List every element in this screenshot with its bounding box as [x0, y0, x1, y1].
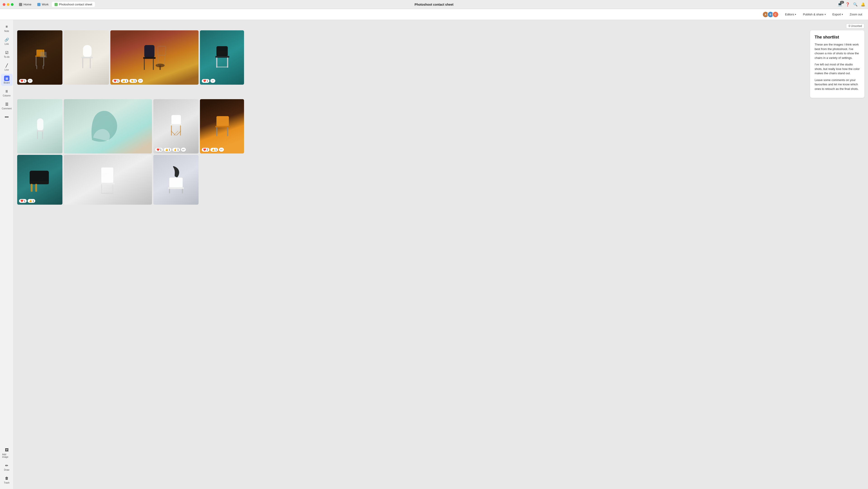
- reaction-heart-9[interactable]: ❤️1: [19, 199, 27, 203]
- reaction-add-8[interactable]: ↩: [219, 148, 224, 152]
- image-card-10[interactable]: [64, 155, 152, 205]
- sidebar-item-add-image[interactable]: 🖼 Add image: [1, 445, 13, 460]
- comment-icon: ☰: [4, 102, 9, 107]
- image-card-9[interactable]: ❤️1 👍1: [17, 155, 62, 205]
- reaction-heart-7[interactable]: ❤️1: [155, 148, 163, 152]
- sidebar-item-line[interactable]: ╱ Line: [1, 61, 13, 73]
- help-icon[interactable]: ❓: [845, 2, 850, 6]
- tab-doc[interactable]: Photoshoot contact sheet: [52, 2, 95, 7]
- svg-rect-48: [100, 183, 115, 184]
- svg-rect-41: [216, 127, 217, 136]
- device-icon[interactable]: 💻 21: [838, 2, 842, 6]
- reaction-thumb-7[interactable]: 👍1: [164, 148, 172, 152]
- reaction-bar-1: ❤️1 ↩: [19, 79, 33, 83]
- sidebar-item-draw[interactable]: ✏ Draw: [1, 461, 13, 473]
- editor-avatars: A B C: [763, 11, 779, 18]
- title-bar-right: 💻 21 ❓ 🔍 🔔: [838, 2, 865, 6]
- toolbar: A B C Editors ▾ Publish & share ▾ Export…: [0, 9, 868, 20]
- image-card-1[interactable]: ❤️1 ↩: [17, 30, 62, 85]
- reaction-bar-9: ❤️1 👍1: [19, 199, 35, 203]
- svg-rect-14: [143, 57, 156, 59]
- reaction-heart-4[interactable]: ❤️1: [202, 79, 210, 83]
- more-icon: •••: [4, 114, 9, 120]
- reaction-heart-3[interactable]: ❤️1: [112, 79, 120, 83]
- draw-icon: ✏: [4, 463, 9, 468]
- sidebar-item-note[interactable]: ≡ Note: [1, 22, 13, 34]
- sidebar-item-board[interactable]: ▦ Board: [1, 74, 13, 86]
- editors-button[interactable]: Editors ▾: [783, 11, 798, 17]
- tab-work[interactable]: Work: [35, 2, 51, 7]
- reaction-bar-3: ❤️1 👍1 👏1 ↩: [112, 79, 143, 83]
- chevron-down-icon: ▾: [795, 13, 796, 16]
- sidebar-item-comment[interactable]: ☰ Comment: [1, 99, 13, 112]
- svg-rect-39: [216, 116, 229, 126]
- reaction-add[interactable]: ↩: [28, 79, 33, 83]
- image-card-6[interactable]: [64, 99, 152, 153]
- main-layout: ≡ Note 🔗 Link ☑ To-do ╱ Line ▦ Board ⫼ C…: [0, 20, 868, 489]
- sidebar-item-link[interactable]: 🔗 Link: [1, 35, 13, 47]
- sidebar-item-trash[interactable]: 🗑 Trash: [1, 474, 13, 486]
- sidebar-item-column[interactable]: ⫼ Column: [1, 87, 13, 99]
- board-canvas: 0 Unsorted: [13, 20, 868, 489]
- bell-icon[interactable]: 🔔: [861, 2, 865, 6]
- reaction-heart[interactable]: ❤️1: [19, 79, 27, 83]
- reaction-thumb-8[interactable]: 👍1: [210, 148, 218, 152]
- minimize-button[interactable]: [7, 3, 9, 6]
- svg-rect-35: [180, 125, 181, 136]
- svg-rect-7: [40, 52, 46, 57]
- reaction-thumb-3[interactable]: 👍1: [121, 79, 128, 83]
- svg-rect-31: [42, 131, 43, 139]
- image-10-content: [64, 155, 152, 205]
- image-card-2[interactable]: [64, 30, 109, 85]
- left-sidebar: ≡ Note 🔗 Link ☑ To-do ╱ Line ▦ Board ⫼ C…: [0, 20, 13, 489]
- sidebar-item-todo[interactable]: ☑ To-do: [1, 48, 13, 60]
- reaction-add-4[interactable]: ↩: [210, 79, 215, 83]
- reaction-point-7[interactable]: ☝️1: [172, 148, 180, 152]
- svg-rect-45: [31, 184, 33, 192]
- svg-rect-8: [40, 56, 47, 58]
- reaction-add-7[interactable]: ↩: [181, 148, 186, 152]
- close-button[interactable]: [3, 3, 5, 6]
- add-image-icon: 🖼: [4, 447, 9, 453]
- image-4-content: [200, 30, 244, 85]
- svg-line-21: [164, 55, 165, 65]
- svg-rect-46: [35, 184, 37, 192]
- svg-rect-3: [43, 57, 44, 66]
- tab-home-label: Home: [24, 3, 31, 6]
- svg-rect-4: [36, 65, 37, 69]
- link-icon: 🔗: [4, 37, 9, 42]
- sidebar-item-more[interactable]: •••: [1, 113, 13, 121]
- image-card-4[interactable]: ❤️1 ↩: [200, 30, 244, 85]
- line-icon: ╱: [4, 63, 9, 68]
- reaction-thumb-9[interactable]: 👍1: [28, 199, 35, 203]
- image-card-8[interactable]: ❤️2 👍1 ↩: [200, 99, 244, 153]
- image-11-content: [153, 155, 198, 205]
- search-icon[interactable]: 🔍: [853, 2, 858, 6]
- reaction-clap-3[interactable]: 👏1: [129, 79, 137, 83]
- image-6-content: [64, 99, 152, 153]
- image-card-7[interactable]: ❤️1 👍1 ☝️1 ↩: [153, 99, 198, 153]
- svg-rect-53: [168, 187, 184, 189]
- svg-rect-10: [82, 57, 93, 58]
- zoom-out-button[interactable]: Zoom out: [847, 11, 864, 17]
- image-card-5[interactable]: [17, 99, 62, 153]
- svg-rect-15: [144, 59, 145, 70]
- notification-badge: 21: [840, 1, 844, 4]
- board-icon: ▦: [4, 76, 9, 81]
- trash-icon: 🗑: [4, 476, 9, 481]
- note-icon: ≡: [4, 24, 9, 29]
- svg-rect-51: [101, 193, 113, 194]
- tab-home[interactable]: Home: [16, 2, 34, 7]
- tab-doc-label: Photoshoot contact sheet: [59, 3, 92, 6]
- export-button[interactable]: Export ▾: [830, 11, 845, 17]
- maximize-button[interactable]: [11, 3, 13, 6]
- svg-rect-54: [169, 189, 170, 193]
- reaction-heart-8[interactable]: ❤️2: [202, 148, 210, 152]
- publish-share-button[interactable]: Publish & share ▾: [801, 11, 828, 17]
- image-card-3[interactable]: ❤️1 👍1 👏1 ↩: [111, 30, 198, 85]
- svg-rect-5: [43, 65, 43, 69]
- image-card-11[interactable]: [153, 155, 198, 205]
- home-icon: [19, 3, 22, 6]
- reaction-add-3[interactable]: ↩: [138, 79, 143, 83]
- svg-rect-25: [216, 58, 217, 68]
